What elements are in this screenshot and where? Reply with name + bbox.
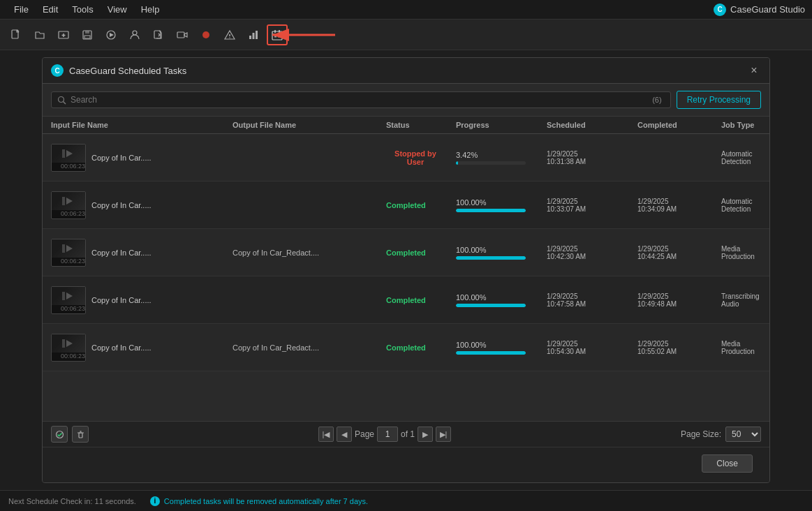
progress-percent: 100.00% xyxy=(456,341,536,349)
progress-percent: 100.00% xyxy=(456,246,536,254)
col-completed: Completed xyxy=(632,117,716,133)
dialog-title-bar: C CaseGuard Scheduled Tasks × xyxy=(43,58,769,84)
stats-button[interactable] xyxy=(243,24,264,45)
job-type-cell: Media Production xyxy=(716,242,769,263)
export-button[interactable] xyxy=(148,24,169,45)
svg-point-13 xyxy=(202,31,209,38)
menu-view[interactable]: View xyxy=(101,4,134,15)
menu-help[interactable]: Help xyxy=(134,4,167,15)
svg-marker-8 xyxy=(110,33,114,37)
progress-bar-bg xyxy=(456,351,526,355)
search-bar: (6) Retry Processing xyxy=(43,84,769,117)
input-file-cell: 00:06:23 Copy of In Car..... xyxy=(45,236,227,269)
status-bar: Next Schedule Check in: 11 seconds. i Co… xyxy=(0,490,812,511)
calendar-button[interactable] xyxy=(267,24,288,45)
col-progress: Progress xyxy=(450,117,541,133)
dialog-close-button[interactable]: Close xyxy=(702,454,753,473)
completed-cell: 1/29/2025 10:34:09 AM xyxy=(632,195,716,216)
input-file-cell: 00:06:23 Copy of In Car..... xyxy=(45,188,227,222)
svg-rect-6 xyxy=(84,36,90,38)
media-button[interactable] xyxy=(101,24,121,45)
input-filename: Copy of In Car..... xyxy=(91,296,152,304)
search-input[interactable] xyxy=(71,95,645,105)
close-icon[interactable]: × xyxy=(747,64,761,77)
prev-page-button[interactable]: ◀ xyxy=(337,427,352,442)
status-badge: Stopped by User xyxy=(386,149,445,166)
search-input-wrap[interactable]: (6) xyxy=(51,91,671,108)
last-page-button[interactable]: ▶| xyxy=(436,427,451,442)
status-cell: Completed xyxy=(381,198,450,212)
open-file-button[interactable] xyxy=(29,24,50,45)
app-title: CaseGuard Studio xyxy=(730,4,805,15)
menu-file[interactable]: File xyxy=(7,4,36,15)
table-row: 00:06:23 Copy of In Car..... Stopped by … xyxy=(43,134,769,182)
svg-rect-20 xyxy=(272,31,282,40)
auto-remove-notice: i Completed tasks will be removed automa… xyxy=(150,496,368,506)
next-page-button[interactable]: ▶ xyxy=(418,427,433,442)
svg-marker-37 xyxy=(66,245,73,252)
progress-cell: 100.00% xyxy=(450,243,541,262)
svg-rect-41 xyxy=(62,292,65,300)
svg-point-28 xyxy=(59,96,64,102)
progress-bar-fill xyxy=(456,209,526,212)
app-logo: C xyxy=(714,3,726,16)
svg-marker-34 xyxy=(66,198,73,205)
scheduled-tasks-dialog: C CaseGuard Scheduled Tasks × (6) Retry … xyxy=(42,57,770,483)
new-file-button[interactable] xyxy=(6,24,27,45)
page-size-select[interactable]: 50 25 100 xyxy=(725,427,761,442)
thumbnail: 00:06:23 xyxy=(51,144,86,172)
progress-bar-bg xyxy=(456,304,526,307)
delete-selected-button[interactable] xyxy=(72,426,89,443)
table-row: 00:06:23 Copy of In Car..... Completed 1… xyxy=(43,182,769,229)
progress-cell: 100.00% xyxy=(450,290,541,310)
input-filename: Copy of In Car..... xyxy=(91,343,152,352)
retry-processing-button[interactable]: Retry Processing xyxy=(677,91,761,109)
first-page-button[interactable]: |◀ xyxy=(318,427,334,442)
add-button[interactable] xyxy=(53,24,74,45)
alert-button[interactable] xyxy=(219,24,240,45)
progress-bar-fill xyxy=(456,304,526,307)
progress-bar-fill xyxy=(456,161,458,165)
thumbnail: 00:06:23 xyxy=(51,334,86,362)
menu-bar: File Edit Tools View Help C CaseGuard St… xyxy=(0,0,812,20)
job-type-cell: Transcribing Audio xyxy=(716,290,769,311)
users-button[interactable] xyxy=(124,24,145,45)
svg-rect-0 xyxy=(12,30,18,38)
svg-rect-11 xyxy=(177,32,184,38)
page-number-input[interactable] xyxy=(377,427,398,442)
scheduled-cell: 1/29/2025 10:54:30 AM xyxy=(541,337,632,358)
output-file-cell xyxy=(227,202,381,208)
save-button[interactable] xyxy=(77,24,98,45)
progress-cell: 3.42% xyxy=(450,148,541,168)
status-badge: Completed xyxy=(386,343,426,352)
svg-marker-12 xyxy=(184,33,187,37)
menu-edit[interactable]: Edit xyxy=(36,4,65,15)
progress-percent: 3.42% xyxy=(456,151,536,159)
progress-bar-bg xyxy=(456,209,526,212)
thumbnail: 00:06:23 xyxy=(51,239,86,267)
table-row: 00:06:23 Copy of In Car..... Copy of In … xyxy=(43,324,769,371)
input-file-cell: 00:06:23 Copy of In Car..... xyxy=(45,141,227,175)
svg-line-29 xyxy=(64,101,66,104)
table-container: Input File Name Output File Name Status … xyxy=(43,117,769,421)
output-file-cell: Copy of In Car_Redact.... xyxy=(227,246,381,260)
progress-cell: 100.00% xyxy=(450,338,541,357)
record-button[interactable] xyxy=(195,24,216,45)
status-cell: Stopped by User xyxy=(381,147,450,169)
status-badge: Completed xyxy=(386,249,426,257)
video-button[interactable] xyxy=(172,24,193,45)
status-badge: Completed xyxy=(386,201,426,209)
select-all-button[interactable] xyxy=(51,426,68,443)
app-title-area: C CaseGuard Studio xyxy=(714,3,805,16)
page-of-label: of 1 xyxy=(401,429,415,439)
svg-rect-38 xyxy=(62,244,65,253)
table-body: 00:06:23 Copy of In Car..... Stopped by … xyxy=(43,134,769,421)
schedule-check-status: Next Schedule Check in: 11 seconds. xyxy=(8,497,136,505)
job-type-cell: Automatic Detection xyxy=(716,147,769,168)
completed-cell: 1/29/2025 10:55:02 AM xyxy=(632,337,716,358)
input-filename: Copy of In Car..... xyxy=(91,154,152,162)
menu-tools[interactable]: Tools xyxy=(65,4,100,15)
svg-rect-31 xyxy=(62,149,65,158)
progress-bar-fill xyxy=(456,256,526,260)
table-row: 00:06:23 Copy of In Car..... Copy of In … xyxy=(43,229,769,276)
